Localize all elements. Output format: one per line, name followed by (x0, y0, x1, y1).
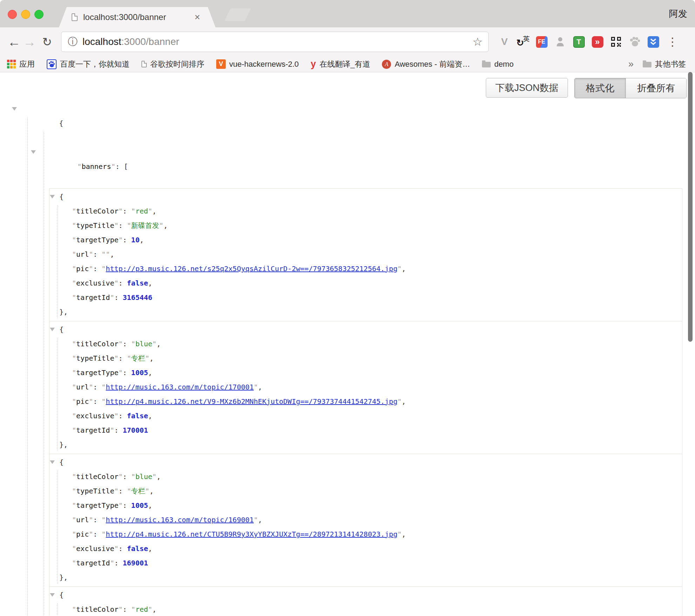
video-downloader-icon[interactable]: » (591, 35, 604, 48)
indent-guide (44, 132, 44, 616)
awesomes-icon: A (382, 60, 391, 69)
page-icon (141, 61, 147, 67)
json-key: targetType (76, 368, 118, 377)
download-chevrons-icon[interactable] (647, 35, 660, 48)
tab-title: localhost:3000/banner (83, 12, 190, 22)
address-bar[interactable]: ⓘ localhost:3000/banner ☆ (61, 32, 489, 52)
profile-name[interactable]: 阿发 (669, 8, 687, 20)
collapse-toggle-icon[interactable] (50, 593, 55, 597)
json-key: titleColor (76, 340, 118, 348)
back-button[interactable]: ← (6, 35, 22, 48)
vue-icon: V (216, 59, 226, 69)
bookmark-awesomes[interactable]: A Awesomes - 前端资… (382, 59, 470, 70)
new-tab-button[interactable] (224, 8, 251, 21)
json-property-line: "pic": "http://p3.music.126.net/s25q2x5Q… (49, 262, 682, 276)
json-property-line: "targetType": 1005, (49, 498, 682, 513)
object-open-line: { (49, 190, 682, 204)
json-number-value: 10 (131, 236, 140, 244)
json-number-value: 1005 (131, 501, 148, 510)
banner-object-box: {"titleColor": "red","typeTitle": "歌单","… (49, 586, 682, 616)
json-url-link[interactable]: http://p4.music.126.net/CTU5B9R9y3XyYBZX… (106, 530, 397, 538)
json-key: targetId (76, 293, 110, 302)
json-key: exclusive (76, 279, 114, 287)
bookmarks-overflow-icon[interactable]: » (628, 59, 634, 70)
object-close-line: }, (49, 438, 682, 452)
bookmark-baidu[interactable]: 百度一下，你就知道 (47, 59, 130, 70)
tab-close-icon[interactable]: × (194, 13, 200, 22)
json-root-open-line: { (0, 102, 695, 145)
collapse-toggle-icon[interactable] (12, 107, 17, 111)
translate-icon[interactable]: 英↻ (516, 35, 530, 48)
fe-helper-icon[interactable]: FE (535, 35, 548, 48)
json-string-value: red (135, 605, 148, 614)
bookmark-apps[interactable]: 应用 (7, 59, 35, 70)
json-banners-key-line: "banners": [ (0, 145, 695, 188)
format-button[interactable]: 格式化 (575, 78, 626, 98)
json-url-link[interactable]: http://music.163.com/m/topic/170001 (106, 383, 253, 391)
bookmark-vue-hackernews[interactable]: V vue-hackernews-2.0 (216, 59, 299, 69)
json-url-link[interactable]: http://p3.music.126.net/s25q2x5QyqsAzilC… (106, 264, 397, 273)
page-favicon-icon (72, 13, 78, 21)
json-number-value: 170001 (123, 426, 148, 434)
browser-window: localhost:3000/banner × 阿发 ← → ↻ ⓘ local… (0, 0, 695, 616)
json-key: url (76, 383, 89, 391)
json-property-line: "exclusive": false, (49, 542, 682, 556)
json-string-value: 专栏 (131, 354, 145, 362)
vue-devtools-icon[interactable]: V (498, 35, 511, 48)
json-url-link[interactable]: http://music.163.com/m/topic/169001 (106, 516, 253, 524)
forward-button[interactable]: → (22, 35, 37, 48)
json-key: typeTitle (76, 221, 114, 230)
object-open-line: { (49, 588, 682, 602)
collapse-toggle-icon[interactable] (31, 150, 36, 154)
other-bookmarks[interactable]: 其他书签 (643, 59, 686, 70)
json-property-line: "targetId": 169001 (49, 556, 682, 570)
page-info-icon[interactable]: ⓘ (68, 35, 78, 48)
json-key: titleColor (76, 605, 118, 614)
browser-menu-icon[interactable]: ⋮ (667, 35, 678, 48)
json-number-value: 1005 (131, 368, 148, 377)
vertical-scrollbar[interactable] (688, 72, 693, 342)
folder-icon (643, 62, 651, 67)
paw-icon[interactable] (628, 35, 641, 48)
bookmark-google-sort[interactable]: 谷歌按时间排序 (141, 59, 204, 70)
collapse-all-button[interactable]: 折叠所有 (626, 78, 686, 98)
close-window-button[interactable] (8, 10, 17, 19)
collapse-toggle-icon[interactable] (50, 195, 55, 198)
bookmark-youdao-translate[interactable]: y 在线翻译_有道 (311, 59, 370, 70)
collapse-toggle-icon[interactable] (50, 328, 55, 331)
json-property-line: "targetType": 10, (49, 233, 682, 247)
collapse-toggle-icon[interactable] (50, 460, 55, 464)
json-number-value: 3165446 (123, 293, 152, 302)
json-url-link[interactable]: http://p4.music.126.net/V9-MXz6b2MNhEKju… (106, 397, 397, 406)
url-text[interactable]: localhost:3000/banner (82, 36, 472, 47)
browser-tab[interactable]: localhost:3000/banner × (59, 7, 216, 27)
json-property-line: "typeTitle": "专栏", (49, 351, 682, 366)
bookmark-demo-folder[interactable]: demo (482, 60, 514, 69)
json-key: exclusive (76, 544, 114, 553)
json-property-line: "targetId": 170001 (49, 423, 682, 438)
bookmarks-bar: 应用 百度一下，你就知道 谷歌按时间排序 V vue-hackernews-2.… (0, 56, 695, 72)
minimize-window-button[interactable] (21, 10, 30, 19)
json-actions: 下载JSON数据 格式化 折叠所有 (486, 78, 687, 98)
json-key: pic (76, 530, 89, 538)
banner-object-box: {"titleColor": "blue","typeTitle": "专栏",… (49, 454, 682, 587)
person-icon[interactable] (554, 35, 567, 48)
zoom-window-button[interactable] (34, 10, 44, 19)
bookmark-star-icon[interactable]: ☆ (472, 35, 483, 48)
reload-button[interactable]: ↻ (39, 36, 55, 48)
apps-grid-icon (7, 60, 16, 68)
json-key: targetId (76, 426, 110, 434)
json-key: targetType (76, 236, 118, 244)
json-string-value: 专栏 (131, 487, 145, 495)
banner-object-box: {"titleColor": "red","typeTitle": "新碟首发"… (49, 188, 682, 321)
qr-code-icon[interactable] (609, 35, 623, 48)
download-json-button[interactable]: 下载JSON数据 (486, 78, 568, 98)
json-property-line: "typeTitle": "新碟首发", (49, 218, 682, 233)
json-property-line: "exclusive": false, (49, 276, 682, 290)
json-property-line: "url": "http://music.163.com/m/topic/169… (49, 513, 682, 527)
json-key: typeTitle (76, 354, 114, 362)
toolbar: ← → ↻ ⓘ localhost:3000/banner ☆ V 英↻ FE … (0, 27, 695, 56)
json-string-value: blue (135, 340, 152, 348)
json-key: titleColor (76, 207, 118, 215)
tampermonkey-icon[interactable]: T (572, 35, 585, 48)
